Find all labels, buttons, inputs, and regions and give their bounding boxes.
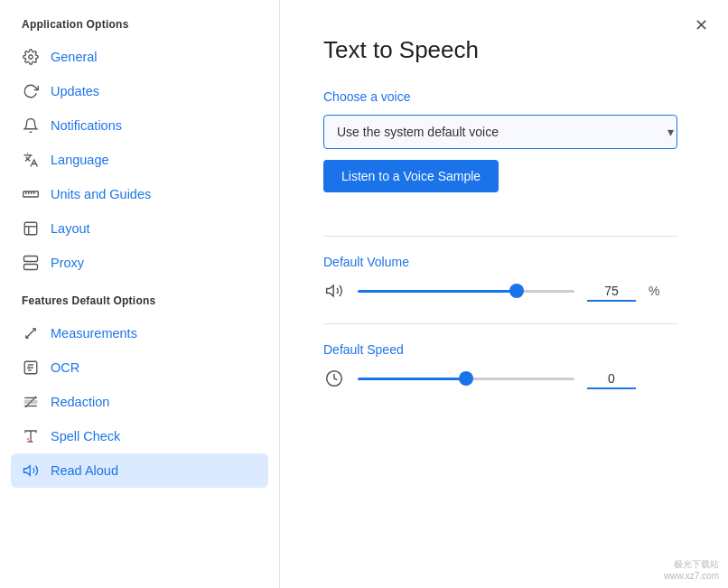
voice-select-wrapper: Use the system default voice Male Voice … xyxy=(323,115,685,149)
sidebar-item-language[interactable]: Language xyxy=(0,143,279,177)
divider-1 xyxy=(323,236,677,237)
sidebar-item-general[interactable]: General xyxy=(0,40,279,74)
refresh-icon xyxy=(22,82,40,100)
volume-slider-row: % xyxy=(323,280,685,302)
sidebar-item-read-aloud[interactable]: Read Aloud xyxy=(11,453,268,488)
watermark: 极光下载站 www.xz7.com xyxy=(664,558,719,581)
sidebar-item-redaction[interactable]: Redaction xyxy=(0,385,279,419)
page-title: Text to Speech xyxy=(323,36,685,64)
app-options-title: Application Options xyxy=(0,18,279,40)
svg-rect-9 xyxy=(24,257,38,262)
sidebar-item-label: Read Aloud xyxy=(51,463,118,478)
voice-select[interactable]: Use the system default voice Male Voice … xyxy=(323,115,677,149)
choose-voice-label: Choose a voice xyxy=(323,89,685,104)
speed-value-input[interactable] xyxy=(587,368,636,389)
close-button[interactable]: ✕ xyxy=(688,13,714,38)
speed-slider[interactable] xyxy=(358,378,574,380)
sidebar-item-label: OCR xyxy=(51,360,79,375)
main-layout: Application Options General Updates xyxy=(0,0,728,588)
speaker-icon xyxy=(22,462,40,480)
volume-section: Default Volume % xyxy=(323,255,685,302)
volume-slider[interactable] xyxy=(358,290,574,293)
sidebar-item-spell-check[interactable]: Spell Check xyxy=(0,419,279,453)
sidebar-item-measurements[interactable]: Measurements xyxy=(0,316,279,350)
measure-icon xyxy=(22,324,40,342)
sidebar-item-layout[interactable]: Layout xyxy=(0,211,279,246)
default-volume-label: Default Volume xyxy=(323,255,685,269)
ruler-icon xyxy=(22,185,40,203)
sidebar-item-proxy[interactable]: Proxy xyxy=(0,246,279,280)
content-area: Text to Speech Choose a voice Use the sy… xyxy=(280,0,728,588)
gear-icon xyxy=(22,48,40,66)
sidebar-item-notifications[interactable]: Notifications xyxy=(0,108,279,143)
sidebar-item-label: Updates xyxy=(51,84,99,98)
svg-line-13 xyxy=(26,329,36,339)
svg-rect-10 xyxy=(24,265,38,270)
spell-icon xyxy=(22,427,40,445)
sidebar-item-label: Units and Guides xyxy=(51,187,151,201)
svg-point-0 xyxy=(29,55,33,60)
bell-icon xyxy=(22,117,40,135)
sidebar-item-label: General xyxy=(51,50,98,64)
svg-marker-23 xyxy=(24,466,31,476)
volume-unit: % xyxy=(649,284,659,298)
sidebar-item-label: Notifications xyxy=(51,118,122,133)
features-options-title: Features Default Options xyxy=(0,280,279,316)
speed-slider-row xyxy=(323,368,685,389)
redact-icon xyxy=(22,393,40,411)
ocr-icon: A xyxy=(22,359,40,377)
sidebar-item-label: Proxy xyxy=(51,256,84,270)
sidebar-item-ocr[interactable]: A OCR xyxy=(0,350,279,385)
sidebar-item-updates[interactable]: Updates xyxy=(0,74,279,108)
layout-icon xyxy=(22,219,40,238)
default-speed-label: Default Speed xyxy=(323,342,685,357)
svg-text:A: A xyxy=(27,365,31,370)
sidebar-item-label: Redaction xyxy=(51,395,109,409)
volume-value-input[interactable] xyxy=(587,280,636,302)
sidebar-item-label: Spell Check xyxy=(51,429,120,443)
server-icon xyxy=(22,254,40,272)
translate-icon xyxy=(22,151,40,169)
sidebar-item-units-guides[interactable]: Units and Guides xyxy=(0,177,279,211)
dialog: ✕ Application Options General xyxy=(0,0,728,588)
watermark-text: 极光下载站 xyxy=(674,558,719,571)
volume-icon xyxy=(323,280,345,302)
listen-voice-button[interactable]: Listen to a Voice Sample xyxy=(323,160,499,192)
sidebar-item-label: Measurements xyxy=(51,326,137,341)
sidebar-item-label: Layout xyxy=(51,221,90,236)
sidebar-item-label: Language xyxy=(51,153,109,167)
speed-section: Default Speed xyxy=(323,342,685,389)
svg-marker-24 xyxy=(327,285,334,296)
sidebar: Application Options General Updates xyxy=(0,0,280,588)
speed-icon xyxy=(323,368,345,389)
watermark-url: www.xz7.com xyxy=(664,571,719,581)
divider-2 xyxy=(323,323,677,324)
svg-rect-6 xyxy=(24,222,37,235)
